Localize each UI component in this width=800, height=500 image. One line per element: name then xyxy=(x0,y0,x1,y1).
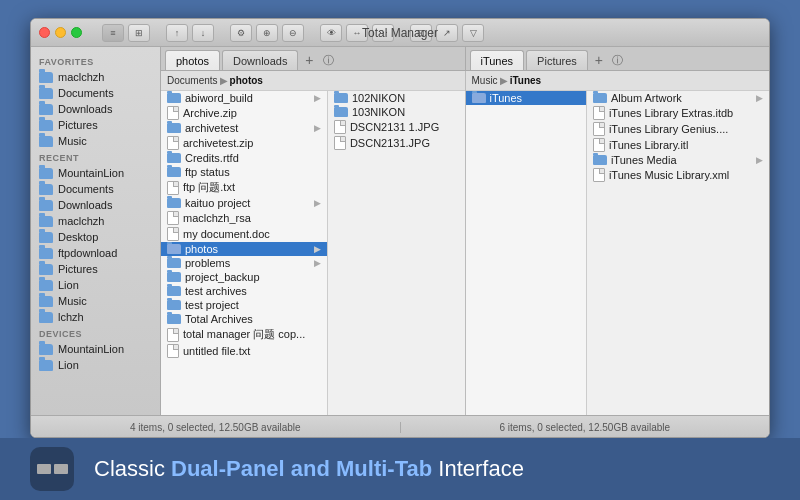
sidebar-item-label: ftpdownload xyxy=(58,247,117,259)
add-right-tab-button[interactable]: + xyxy=(590,52,608,68)
sidebar-item-documents-recent[interactable]: Documents xyxy=(31,181,160,197)
folder-icon xyxy=(39,296,53,307)
file-item-name: iTunes Music Library.xml xyxy=(609,169,729,181)
add-button[interactable]: ⊕ xyxy=(256,24,278,42)
folder-icon xyxy=(39,312,53,323)
info-left-button[interactable]: ⓘ xyxy=(320,52,336,68)
file-item[interactable]: iTunes Library.itl xyxy=(587,137,769,153)
file-item-name: 103NIKON xyxy=(352,106,405,118)
file-item[interactable]: total manager 问题 cop... xyxy=(161,326,327,343)
view-grid-button[interactable]: ⊞ xyxy=(128,24,150,42)
file-item[interactable]: 103NIKON xyxy=(328,105,465,119)
folder-icon xyxy=(39,200,53,211)
file-item[interactable]: archivetest.zip xyxy=(161,135,327,151)
minimize-button[interactable] xyxy=(55,27,66,38)
status-bar: 4 items, 0 selected, 12.50GB available 6… xyxy=(31,415,769,438)
file-item-name: iTunes xyxy=(490,92,523,104)
folder-icon xyxy=(39,232,53,243)
preview-button[interactable]: 👁 xyxy=(320,24,342,42)
panels-tabs: photos Downloads + ⓘ iTunes Pictures + ⓘ xyxy=(161,47,769,71)
file-item[interactable]: test project xyxy=(161,298,327,312)
filter-button[interactable]: ▽ xyxy=(462,24,484,42)
file-item[interactable]: project_backup xyxy=(161,270,327,284)
file-item-name: project_backup xyxy=(185,271,260,283)
sidebar-item-maclchzh[interactable]: maclchzh xyxy=(31,69,160,85)
remove-button[interactable]: ⊖ xyxy=(282,24,304,42)
file-item-name: kaituo project xyxy=(185,197,250,209)
folder-icon xyxy=(39,88,53,99)
file-item-name: Archive.zip xyxy=(183,107,237,119)
sidebar-item-label: Lion xyxy=(58,279,79,291)
file-item[interactable]: DSCN2131 1.JPG xyxy=(328,119,465,135)
sidebar-item-downloads-recent[interactable]: Downloads xyxy=(31,197,160,213)
file-item[interactable]: problems ▶ xyxy=(161,256,327,270)
file-item[interactable]: Archive.zip xyxy=(161,105,327,121)
maximize-button[interactable] xyxy=(71,27,82,38)
file-item[interactable]: ftp status xyxy=(161,165,327,179)
tab-photos[interactable]: photos xyxy=(165,50,220,70)
file-item[interactable]: test archives xyxy=(161,284,327,298)
file-item[interactable]: DSCN2131.JPG xyxy=(328,135,465,151)
sidebar-item-lion-dev[interactable]: Lion xyxy=(31,357,160,373)
folder-icon xyxy=(167,314,181,324)
tab-pictures[interactable]: Pictures xyxy=(526,50,588,70)
file-item[interactable]: Credits.rtfd xyxy=(161,151,327,165)
file-item-name: iTunes Library.itl xyxy=(609,139,688,151)
sidebar-item-pictures-fav[interactable]: Pictures xyxy=(31,117,160,133)
sidebar-item-downloads-fav[interactable]: Downloads xyxy=(31,101,160,117)
file-item[interactable]: Album Artwork ▶ xyxy=(587,91,769,105)
breadcrumb-music[interactable]: Music xyxy=(472,75,498,86)
add-left-tab-button[interactable]: + xyxy=(300,52,318,68)
file-item-name: problems xyxy=(185,257,230,269)
nav-down-button[interactable]: ↓ xyxy=(192,24,214,42)
file-item-selected[interactable]: photos ▶ xyxy=(161,242,327,256)
move-button[interactable]: ↗ xyxy=(436,24,458,42)
breadcrumb-documents[interactable]: Documents xyxy=(167,75,218,86)
sidebar-item-label: Desktop xyxy=(58,231,98,243)
file-item[interactable]: archivetest ▶ xyxy=(161,121,327,135)
file-item[interactable]: iTunes Music Library.xml xyxy=(587,167,769,183)
tab-downloads[interactable]: Downloads xyxy=(222,50,298,70)
file-item-name: archivetest xyxy=(185,122,238,134)
sidebar-item-ftpdownload[interactable]: ftpdownload xyxy=(31,245,160,261)
dual-panel-icon xyxy=(30,447,74,491)
file-item[interactable]: Total Archives xyxy=(161,312,327,326)
action-button[interactable]: ⚙ xyxy=(230,24,252,42)
file-item[interactable]: maclchzh_rsa xyxy=(161,210,327,226)
file-icon xyxy=(593,122,605,136)
nav-up-button[interactable]: ↑ xyxy=(166,24,188,42)
file-item-selected[interactable]: iTunes xyxy=(466,91,586,105)
view-list-button[interactable]: ≡ xyxy=(102,24,124,42)
file-item[interactable]: iTunes Library Genius.... xyxy=(587,121,769,137)
sidebar-item-music-fav[interactable]: Music xyxy=(31,133,160,149)
sidebar-item-desktop[interactable]: Desktop xyxy=(31,229,160,245)
file-item[interactable]: ftp 问题.txt xyxy=(161,179,327,196)
panels-content: Documents ▶ photos abiword_build ▶ xyxy=(161,71,769,415)
sidebar-item-mountainlion-dev[interactable]: MountainLion xyxy=(31,341,160,357)
sidebar: FAVORITES maclchzh Documents Downloads P… xyxy=(31,47,161,415)
file-item-name: iTunes Library Extras.itdb xyxy=(609,107,733,119)
file-item[interactable]: iTunes Media ▶ xyxy=(587,153,769,167)
file-item-name: test archives xyxy=(185,285,247,297)
file-item[interactable]: untitled file.txt xyxy=(161,343,327,359)
file-item[interactable]: abiword_build ▶ xyxy=(161,91,327,105)
sidebar-item-mountainlion[interactable]: MountainLion xyxy=(31,165,160,181)
file-item[interactable]: iTunes Library Extras.itdb xyxy=(587,105,769,121)
file-item[interactable]: 102NIKON xyxy=(328,91,465,105)
sidebar-item-documents-fav[interactable]: Documents xyxy=(31,85,160,101)
sidebar-item-pictures-recent[interactable]: Pictures xyxy=(31,261,160,277)
close-button[interactable] xyxy=(39,27,50,38)
tab-itunes[interactable]: iTunes xyxy=(470,50,525,70)
folder-icon xyxy=(167,244,181,254)
sidebar-item-lchzh[interactable]: lchzh xyxy=(31,309,160,325)
sidebar-item-lion[interactable]: Lion xyxy=(31,277,160,293)
file-item[interactable]: my document.doc xyxy=(161,226,327,242)
sidebar-item-maclchzh-recent[interactable]: maclchzh xyxy=(31,213,160,229)
file-item[interactable]: kaituo project ▶ xyxy=(161,196,327,210)
sidebar-item-music-recent[interactable]: Music xyxy=(31,293,160,309)
breadcrumb-sep1: ▶ xyxy=(220,75,228,86)
file-icon xyxy=(334,136,346,150)
file-item-name: 102NIKON xyxy=(352,92,405,104)
info-right-button[interactable]: ⓘ xyxy=(610,52,626,68)
folder-icon xyxy=(39,360,53,371)
